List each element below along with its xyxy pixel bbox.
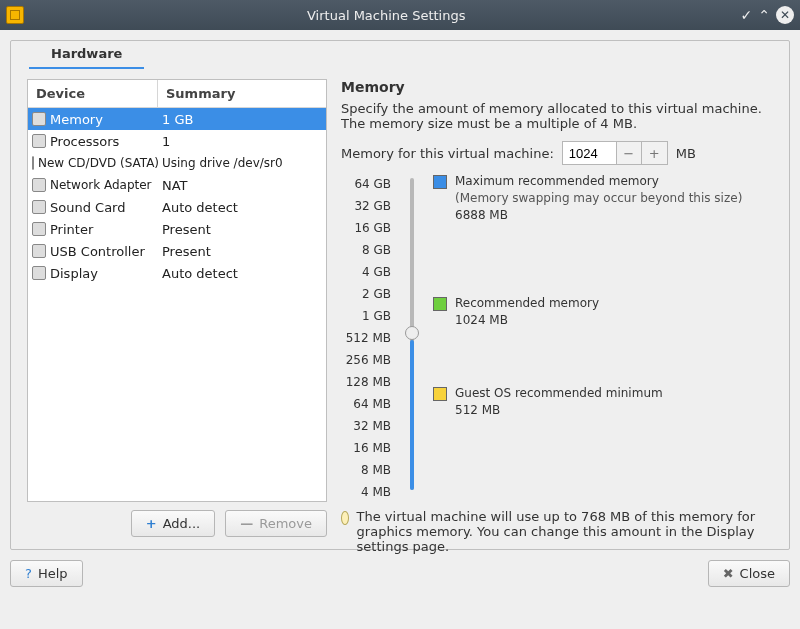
- max-marker-value: 6888 MB: [455, 207, 742, 224]
- settings-panel: Hardware Device Summary Memory 1 GB Proc…: [10, 40, 790, 550]
- plus-icon: +: [146, 516, 157, 531]
- device-row-processors[interactable]: Processors 1: [28, 130, 326, 152]
- device-summary: Auto detect: [158, 266, 326, 281]
- memory-slider-track[interactable]: [410, 178, 414, 490]
- detail-heading: Memory: [341, 79, 773, 95]
- rec-marker-icon: [433, 297, 447, 311]
- help-icon: ?: [25, 566, 32, 581]
- close-icon: ✖: [723, 566, 734, 581]
- device-row-sound[interactable]: Sound Card Auto detect: [28, 196, 326, 218]
- device-row-printer[interactable]: Printer Present: [28, 218, 326, 240]
- memory-icon: [32, 112, 46, 126]
- device-summary: Using drive /dev/sr0: [158, 156, 326, 170]
- memory-increment[interactable]: +: [642, 141, 668, 165]
- rec-marker-value: 1024 MB: [455, 312, 599, 329]
- memory-hint: The virtual machine will use up to 768 M…: [357, 509, 773, 554]
- memory-slider-fill: [410, 340, 414, 490]
- remove-label: Remove: [259, 516, 312, 531]
- min-marker-icon: [433, 387, 447, 401]
- minimize-button[interactable]: ✓: [741, 7, 753, 23]
- sound-icon: [32, 200, 46, 214]
- help-label: Help: [38, 566, 68, 581]
- rec-marker-label: Recommended memory: [455, 295, 599, 312]
- tab-hardware[interactable]: Hardware: [29, 40, 144, 69]
- cpu-icon: [32, 134, 46, 148]
- remove-device-button[interactable]: — Remove: [225, 510, 327, 537]
- window-title: Virtual Machine Settings: [32, 8, 741, 23]
- memory-detail: Memory Specify the amount of memory allo…: [341, 79, 773, 537]
- display-icon: [32, 266, 46, 280]
- memory-slider-thumb[interactable]: [405, 326, 419, 340]
- device-summary: NAT: [158, 178, 326, 193]
- device-label: New CD/DVD (SATA): [38, 156, 159, 170]
- close-button[interactable]: ✖ Close: [708, 560, 790, 587]
- close-window-button[interactable]: ✕: [776, 6, 794, 24]
- add-label: Add...: [163, 516, 201, 531]
- col-summary[interactable]: Summary: [158, 80, 326, 107]
- minus-icon: —: [240, 516, 253, 531]
- device-summary: Auto detect: [158, 200, 326, 215]
- device-row-usb[interactable]: USB Controller Present: [28, 240, 326, 262]
- device-label: USB Controller: [50, 244, 145, 259]
- memory-tick-labels: 64 GB32 GB 16 GB8 GB 4 GB2 GB 1 GB512 MB…: [341, 173, 391, 503]
- min-marker-label: Guest OS recommended minimum: [455, 385, 663, 402]
- titlebar: Virtual Machine Settings ✓ ⌃ ✕: [0, 0, 800, 30]
- device-summary: Present: [158, 244, 326, 259]
- memory-field-label: Memory for this virtual machine:: [341, 146, 554, 161]
- hint-bulb-icon: [341, 511, 349, 525]
- memory-unit: MB: [676, 146, 696, 161]
- network-icon: [32, 178, 46, 192]
- memory-markers: Maximum recommended memory (Memory swapp…: [433, 175, 742, 503]
- maximize-button[interactable]: ⌃: [758, 7, 770, 23]
- usb-icon: [32, 244, 46, 258]
- device-summary: 1 GB: [158, 112, 326, 127]
- device-label: Printer: [50, 222, 93, 237]
- device-label: Sound Card: [50, 200, 125, 215]
- app-icon: [6, 6, 24, 24]
- device-label: Memory: [50, 112, 103, 127]
- disc-icon: [32, 156, 34, 170]
- memory-input[interactable]: [562, 141, 616, 165]
- device-row-cd-dvd[interactable]: New CD/DVD (SATA) Using drive /dev/sr0: [28, 152, 326, 174]
- col-device[interactable]: Device: [28, 80, 158, 107]
- memory-decrement[interactable]: −: [616, 141, 642, 165]
- help-button[interactable]: ? Help: [10, 560, 83, 587]
- printer-icon: [32, 222, 46, 236]
- detail-description: Specify the amount of memory allocated t…: [341, 101, 773, 131]
- close-label: Close: [740, 566, 775, 581]
- device-row-network[interactable]: Network Adapter NAT: [28, 174, 326, 196]
- add-device-button[interactable]: + Add...: [131, 510, 215, 537]
- device-row-display[interactable]: Display Auto detect: [28, 262, 326, 284]
- max-marker-label: Maximum recommended memory: [455, 173, 742, 190]
- window-controls: ✓ ⌃ ✕: [741, 6, 794, 24]
- min-marker-value: 512 MB: [455, 402, 663, 419]
- max-marker-note: (Memory swapping may occur beyond this s…: [455, 190, 742, 207]
- device-label: Network Adapter: [50, 178, 152, 192]
- device-label: Display: [50, 266, 98, 281]
- device-summary: 1: [158, 134, 326, 149]
- device-table-header: Device Summary: [28, 80, 326, 108]
- max-marker-icon: [433, 175, 447, 189]
- device-row-memory[interactable]: Memory 1 GB: [28, 108, 326, 130]
- device-label: Processors: [50, 134, 119, 149]
- device-summary: Present: [158, 222, 326, 237]
- device-table: Device Summary Memory 1 GB Processors 1 …: [27, 79, 327, 502]
